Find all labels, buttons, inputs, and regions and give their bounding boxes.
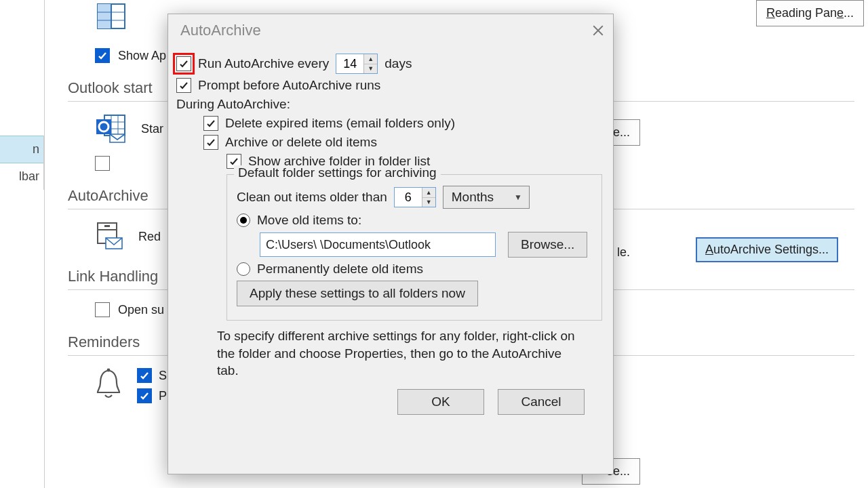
dialog-titlebar: AutoArchive xyxy=(168,14,613,47)
run-days-spinner[interactable]: ▲▼ xyxy=(336,54,378,74)
svg-point-16 xyxy=(107,369,111,372)
reminder-label-1: S xyxy=(159,369,167,383)
calendar-icon xyxy=(95,0,127,33)
clean-out-unit-value: Months xyxy=(452,190,494,205)
start-label: Star xyxy=(141,122,163,136)
clean-out-input[interactable] xyxy=(395,188,422,207)
nav-item[interactable]: lbar xyxy=(0,163,43,190)
spinner-arrows[interactable]: ▲▼ xyxy=(363,54,377,73)
move-old-path-input[interactable]: C:\Users\ \Documents\Outlook xyxy=(260,232,496,257)
clean-out-label: Clean out items older than xyxy=(237,190,387,205)
run-days-input[interactable] xyxy=(336,54,363,73)
move-old-radio[interactable] xyxy=(237,214,250,227)
run-autoarchive-label: Run AutoArchive every xyxy=(198,56,329,71)
bell-icon xyxy=(95,368,122,401)
move-old-path-value: C:\Users\ \Documents\Outlook xyxy=(266,238,431,252)
archive-delete-checkbox[interactable] xyxy=(203,135,218,150)
dialog-title: AutoArchive xyxy=(180,22,261,39)
dialog-buttons: OK Cancel xyxy=(176,389,605,415)
dialog-body: Run AutoArchive every ▲▼ days Prompt bef… xyxy=(168,47,613,423)
run-days-suffix: days xyxy=(384,56,412,71)
group-label: Default folder settings for archiving xyxy=(234,165,441,180)
close-icon[interactable] xyxy=(589,21,608,40)
prompt-checkbox[interactable] xyxy=(176,78,191,93)
browse-button[interactable]: Browse... xyxy=(508,232,587,258)
during-label: During AutoArchive: xyxy=(176,97,290,112)
autoarchive-settings-button[interactable]: AutoArchive Settings... xyxy=(696,237,838,262)
move-old-label: Move old items to: xyxy=(257,213,361,228)
open-su-checkbox[interactable] xyxy=(95,302,110,317)
archive-delete-label: Archive or delete old items xyxy=(225,135,377,150)
perm-delete-radio[interactable] xyxy=(237,262,250,276)
start-checkbox[interactable] xyxy=(95,156,110,171)
reading-pane-label: eading Pane... xyxy=(775,6,854,20)
archive-icon xyxy=(95,222,125,251)
spinner-arrows[interactable]: ▲▼ xyxy=(422,188,435,207)
apply-all-button[interactable]: Apply these settings to all folders now xyxy=(237,281,478,306)
run-autoarchive-checkbox[interactable] xyxy=(176,56,191,71)
nav-item-selected[interactable]: n xyxy=(0,136,43,163)
vertical-rule xyxy=(44,0,45,488)
cancel-button[interactable]: Cancel xyxy=(498,389,585,415)
perm-delete-label: Permanently delete old items xyxy=(257,262,423,277)
delete-expired-label: Delete expired items (email folders only… xyxy=(225,116,455,131)
show-ap-checkbox[interactable] xyxy=(95,48,110,63)
svg-rect-1 xyxy=(98,4,111,28)
reminder-checkbox-2[interactable] xyxy=(137,388,152,403)
svg-rect-14 xyxy=(104,225,110,227)
chevron-down-icon: ▼ xyxy=(514,192,522,202)
reading-pane-button[interactable]: Reading Pane... xyxy=(756,0,864,26)
default-folder-group: Default folder settings for archiving Cl… xyxy=(226,174,602,321)
autoarchive-dialog: AutoArchive Run AutoArchive every ▲▼ day… xyxy=(167,14,614,474)
show-ap-label: Show Ap xyxy=(118,49,166,63)
reduce-label: Red xyxy=(138,230,161,244)
reduce-suffix: le. xyxy=(617,245,630,260)
reminder-label-2: P xyxy=(159,389,167,403)
open-su-label: Open su xyxy=(118,303,164,317)
clean-out-unit-select[interactable]: Months ▼ xyxy=(443,186,530,209)
outlook-icon xyxy=(95,114,127,144)
ok-button[interactable]: OK xyxy=(397,389,484,415)
dialog-note: To specify different archive settings fo… xyxy=(217,327,583,380)
options-nav: n lbar xyxy=(0,136,44,190)
prompt-label: Prompt before AutoArchive runs xyxy=(198,78,380,93)
clean-out-spinner[interactable]: ▲▼ xyxy=(394,187,436,207)
delete-expired-checkbox[interactable] xyxy=(203,116,218,131)
reminder-checkbox-1[interactable] xyxy=(137,368,152,383)
